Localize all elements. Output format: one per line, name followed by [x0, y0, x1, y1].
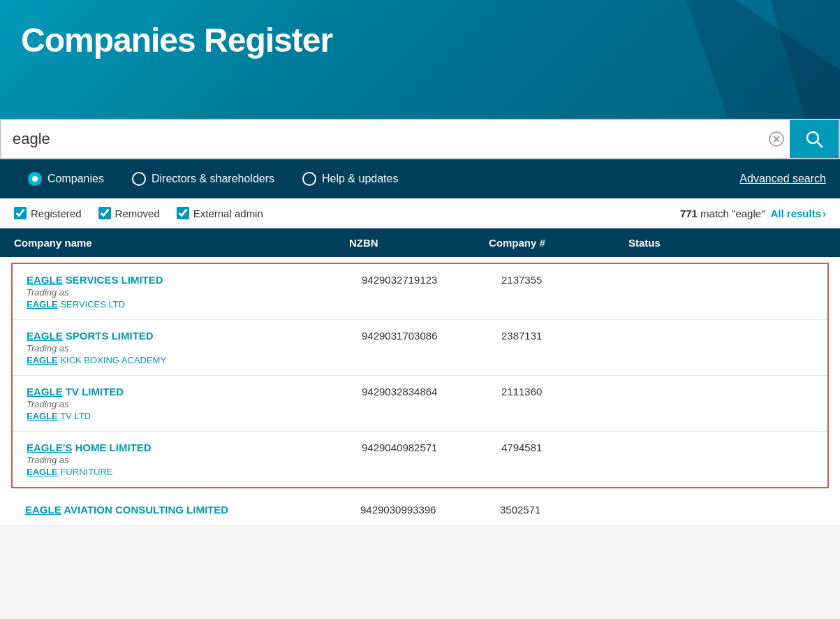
- trading-as-name[interactable]: EAGLE SERVICES LTD: [27, 299, 362, 310]
- trading-as-label: Trading as: [27, 287, 362, 298]
- company-num-cell: 2387131: [501, 330, 641, 342]
- nzbn-cell: 9429040982571: [362, 442, 501, 453]
- tab-directors-label: Directors & shareholders: [152, 173, 274, 185]
- page-header: Companies Register: [0, 0, 840, 119]
- nzbn-cell: 9429031703086: [362, 330, 501, 342]
- company-num-cell: 2137355: [501, 274, 641, 286]
- filter-removed[interactable]: Removed: [98, 207, 160, 219]
- all-results-link[interactable]: All results ›: [770, 207, 826, 219]
- filter-external-admin[interactable]: External admin: [177, 207, 263, 219]
- results-table: Company name NZBN Company # Status EAGLE…: [0, 228, 840, 526]
- tab-companies-radio: [28, 172, 42, 186]
- company-num-cell: 3502571: [500, 504, 640, 516]
- nzbn-cell: 9429032834864: [362, 386, 501, 398]
- company-name-cell: EAGLE TV LIMITED Trading as EAGLE TV LTD: [27, 386, 362, 421]
- tab-companies-label: Companies: [47, 173, 104, 185]
- highlighted-results-box: EAGLE SERVICES LIMITED Trading as EAGLE …: [11, 263, 829, 488]
- company-link[interactable]: EAGLE TV LIMITED: [27, 386, 362, 398]
- registered-label: Registered: [31, 207, 82, 219]
- external-admin-checkbox[interactable]: [177, 207, 189, 219]
- match-label: match "eagle": [700, 207, 765, 219]
- advanced-search-link[interactable]: Advanced search: [739, 173, 826, 185]
- table-header: Company name NZBN Company # Status: [0, 228, 840, 257]
- removed-label: Removed: [115, 207, 160, 219]
- company-name-cell: EAGLE AVIATION CONSULTING LIMITED: [25, 504, 360, 516]
- tabs-bar: Companies Directors & shareholders Help …: [0, 159, 840, 198]
- removed-checkbox[interactable]: [98, 207, 111, 219]
- company-name-cell: EAGLE SPORTS LIMITED Trading as EAGLE KI…: [27, 330, 362, 365]
- search-button[interactable]: [790, 120, 839, 158]
- table-row: EAGLE SPORTS LIMITED Trading as EAGLE KI…: [13, 320, 827, 376]
- registered-checkbox[interactable]: [14, 207, 27, 219]
- tab-help[interactable]: Help & updates: [288, 161, 412, 197]
- match-count: 771 match "eagle" All results ›: [680, 207, 826, 219]
- company-link[interactable]: EAGLE AVIATION CONSULTING LIMITED: [25, 504, 360, 516]
- company-name-cell: EAGLE'S HOME LIMITED Trading as EAGLE FU…: [27, 442, 362, 477]
- table-row: EAGLE SERVICES LIMITED Trading as EAGLE …: [13, 264, 827, 320]
- filter-registered[interactable]: Registered: [14, 207, 82, 219]
- nzbn-cell: 9429030993396: [360, 504, 500, 516]
- col-company-name: Company name: [14, 237, 349, 249]
- page-title: Companies Register: [21, 21, 819, 59]
- company-link[interactable]: EAGLE SERVICES LIMITED: [27, 274, 362, 286]
- table-row: EAGLE TV LIMITED Trading as EAGLE TV LTD…: [13, 376, 827, 432]
- tab-help-radio: [302, 172, 316, 186]
- tab-help-label: Help & updates: [322, 173, 398, 185]
- tab-directors[interactable]: Directors & shareholders: [118, 161, 288, 197]
- col-status: Status: [628, 237, 826, 249]
- search-bar: eagle: [0, 119, 840, 159]
- trading-as-name[interactable]: EAGLE KICK BOXING ACADEMY: [27, 355, 362, 365]
- company-link[interactable]: EAGLE'S HOME LIMITED: [27, 442, 362, 453]
- col-company-num: Company #: [489, 237, 628, 249]
- trading-as-label: Trading as: [27, 343, 362, 354]
- tab-directors-radio: [132, 172, 146, 186]
- company-name-cell: EAGLE SERVICES LIMITED Trading as EAGLE …: [27, 274, 362, 310]
- external-admin-label: External admin: [193, 207, 263, 219]
- table-row: EAGLE AVIATION CONSULTING LIMITED 942903…: [0, 494, 840, 526]
- company-link[interactable]: EAGLE SPORTS LIMITED: [27, 330, 362, 342]
- trading-as-label: Trading as: [27, 399, 362, 409]
- match-text: 771 match "eagle": [680, 207, 765, 219]
- header-decoration: [631, 0, 840, 119]
- match-number: 771: [680, 207, 698, 219]
- filters-bar: Registered Removed External admin 771 ma…: [0, 198, 840, 228]
- table-row: EAGLE'S HOME LIMITED Trading as EAGLE FU…: [13, 432, 827, 487]
- tab-companies[interactable]: Companies: [14, 161, 118, 197]
- company-num-cell: 4794581: [501, 442, 641, 453]
- company-num-cell: 2111360: [501, 386, 641, 398]
- col-nzbn: NZBN: [349, 237, 489, 249]
- nzbn-cell: 9429032719123: [362, 274, 501, 286]
- trading-as-name[interactable]: EAGLE TV LTD: [27, 411, 362, 421]
- search-input[interactable]: eagle: [1, 120, 763, 158]
- trading-as-name[interactable]: EAGLE FURNITURE: [27, 467, 362, 477]
- svg-line-7: [817, 142, 822, 147]
- clear-search-button[interactable]: [763, 126, 790, 152]
- trading-as-label: Trading as: [27, 455, 362, 465]
